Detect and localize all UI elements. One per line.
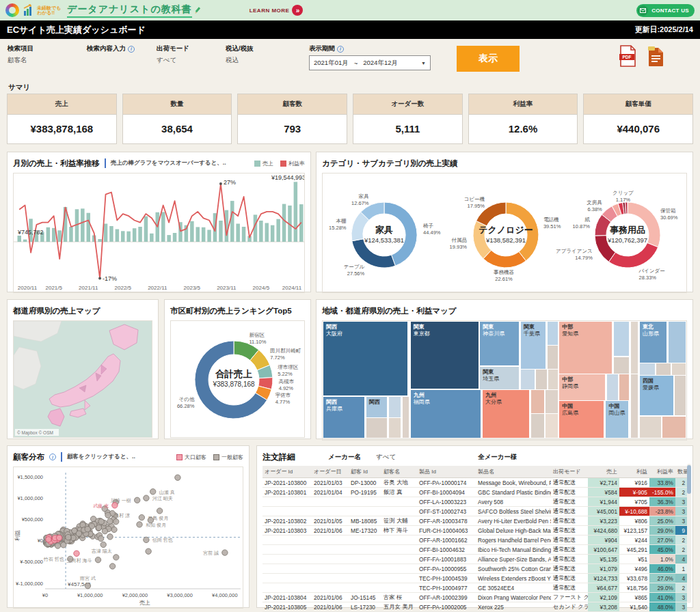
column-header[interactable]: オーダー日 <box>312 466 349 478</box>
column-header[interactable]: 利益率 <box>649 466 675 478</box>
column-header[interactable]: 製品 Id <box>417 466 476 478</box>
treemap-cell[interactable] <box>548 370 557 389</box>
treemap-cell[interactable] <box>631 322 638 374</box>
treemap-cell[interactable] <box>536 370 547 389</box>
city-ranking-donut[interactable]: 新宿区11.10%田川郡川崎町7.72%堺市堺区5.22%高槻市4.92%宇佐市… <box>171 321 305 437</box>
contact-us-button[interactable]: CONTACT US <box>636 4 695 17</box>
treemap-cell[interactable] <box>521 370 535 389</box>
table-row[interactable]: JP-2021-1038042021/01/06JO-15145古家 桜OFF-… <box>262 593 687 602</box>
treemap-cell[interactable] <box>546 390 558 413</box>
svg-text:1.17%: 1.17% <box>616 197 631 203</box>
treemap-cell[interactable] <box>389 397 401 417</box>
treemap-cell[interactable] <box>672 363 686 374</box>
table-row[interactable]: OFF-AR-10001662Rogers Handheld Barrel Pe… <box>262 536 687 545</box>
table-row[interactable]: OFF-LA-10003223Avery 508通常配送¥1,944¥70536… <box>262 497 687 507</box>
table-cell: 46.0% <box>649 564 675 574</box>
table-row[interactable]: OFF-ST-10002743SAFCO Boltless Steel Shel… <box>262 507 687 516</box>
treemap-cell[interactable]: 中国広島県 <box>559 401 604 439</box>
treemap-cell[interactable] <box>548 346 558 369</box>
treemap-cell[interactable] <box>403 397 409 438</box>
column-header[interactable]: 顧客 Id <box>349 466 381 478</box>
column-header[interactable]: オーダー Id <box>262 466 312 478</box>
treemap-cell[interactable]: 関東千葉県 <box>521 322 546 370</box>
svg-text:河江 昭夫: 河江 昭夫 <box>152 496 173 501</box>
table-row[interactable]: JP-2021-1038052021/01/06LS-17230五月女 美月OF… <box>262 602 687 612</box>
maker-select[interactable]: すべて <box>376 453 396 462</box>
table-cell: ¥865 <box>619 593 649 602</box>
table-row[interactable]: OFF-BI-10004632Ibico Hi-Tech Manual Bind… <box>262 545 687 555</box>
monthly-bar-line-chart[interactable]: 2020/112021/52021/112022/52022/112023/52… <box>14 173 305 293</box>
treemap-cell[interactable]: 東北山形県 <box>640 322 667 363</box>
treemap-cell[interactable]: 関東埼玉県 <box>480 367 518 389</box>
treemap-cell[interactable] <box>614 357 629 374</box>
treemap-cell[interactable]: 関西大阪府 <box>323 322 407 396</box>
table-row[interactable]: JP-2021-1038002021/01/03DP-13000谷奥 大地OFF… <box>262 478 687 488</box>
treemap-cell[interactable] <box>546 414 558 438</box>
treemap-cell[interactable]: 中部静岡県 <box>559 374 605 400</box>
table-row[interactable]: OFF-PA-10000955Southworth 25% Cotton Gra… <box>262 564 687 574</box>
treemap-cell[interactable] <box>389 418 401 438</box>
sales-profit-treemap[interactable]: 関西大阪府関西兵庫県関西関東東京都九州福岡県関東神奈川県関東埼玉県九州大分県関東… <box>323 321 686 439</box>
treemap-cell[interactable]: 関東東京都 <box>411 322 479 389</box>
column-header[interactable]: 数量 <box>675 466 687 478</box>
category-donut-charts[interactable]: 椅子44.49%テーブル27.56%本棚15.28%家具12.67%家具¥124… <box>323 173 687 293</box>
table-cell: 通常配送 <box>551 516 588 526</box>
svg-text:5.22%: 5.22% <box>278 371 293 377</box>
treemap-cell[interactable]: 九州福岡県 <box>411 390 481 438</box>
column-header[interactable]: 顧客名 <box>381 466 417 478</box>
treemap-cell[interactable] <box>619 374 629 400</box>
table-scrollbar[interactable] <box>687 464 691 603</box>
ship-mode-value[interactable]: すべて <box>157 56 189 65</box>
table-row[interactable]: OFF-FA-10001883Alliance Super-Size Bands… <box>262 555 687 564</box>
pdf-export-icon[interactable]: PDF <box>619 45 636 67</box>
table-cell: 通常配送 <box>551 488 588 497</box>
svg-text:三田村 海斗: 三田村 海斗 <box>67 558 92 564</box>
treemap-cell[interactable] <box>531 414 544 438</box>
treemap-cell[interactable] <box>614 322 629 357</box>
column-header[interactable]: 利益 <box>619 466 649 478</box>
treemap-cell[interactable]: 関西兵庫県 <box>323 397 364 438</box>
treemap-cell[interactable] <box>607 374 618 400</box>
orders-table[interactable]: オーダー Idオーダー日顧客 Id顧客名製品 Id製品名出荷モード売上利益利益率… <box>262 466 687 612</box>
column-header[interactable]: 製品名 <box>476 466 551 478</box>
search-field-value[interactable]: 顧客名 <box>8 56 33 65</box>
treemap-cell[interactable] <box>656 363 670 374</box>
treemap-cell[interactable] <box>640 417 661 438</box>
treemap-cell[interactable] <box>675 376 686 415</box>
table-row[interactable]: JP-2021-1038012021/01/04PO-19195飯沼 真OFF-… <box>262 488 687 497</box>
show-button[interactable]: 表示 <box>457 46 520 72</box>
report-export-icon[interactable] <box>647 45 664 67</box>
info-icon[interactable]: i <box>49 454 56 460</box>
table-cell: Ibico Hi-Tech Manual Binding S.. <box>476 545 551 555</box>
treemap-cell[interactable]: 関西 <box>366 397 387 417</box>
period-select[interactable]: 2021年01月 ~ 2024年12月 ▼ <box>309 55 431 70</box>
maker-label: メーカー名 <box>328 453 361 462</box>
table-row[interactable]: TEC-PH-10004539Wireless Extenders zBoost… <box>262 574 687 583</box>
treemap-cell[interactable]: 四国愛媛県 <box>640 376 673 415</box>
scrollbar-thumb[interactable] <box>687 465 691 494</box>
treemap-cell[interactable] <box>548 322 558 345</box>
table-cell: Avery Hi-Liter EverBold Pen Sty.. <box>476 516 551 526</box>
table-cell: 33.8% <box>649 478 675 488</box>
treemap-cell[interactable] <box>366 418 387 438</box>
treemap-cell[interactable] <box>631 374 638 438</box>
treemap-cell[interactable] <box>662 417 686 438</box>
treemap-cell[interactable]: 九州大分県 <box>483 390 529 438</box>
customer-scatter-chart[interactable]: ¥1,500,000¥1,000,000¥500,000¥0¥-500,000¥… <box>14 467 243 608</box>
table-row[interactable]: JP-2021-1038032021/01/06ME-17320柿下 海斗FUR… <box>262 526 687 536</box>
treemap-cell[interactable]: 中部愛知県 <box>559 322 612 374</box>
treemap-cell[interactable] <box>531 390 544 413</box>
treemap-cell[interactable]: 中国岡山県 <box>606 401 628 439</box>
treemap-cell[interactable]: 関東神奈川県 <box>480 322 518 366</box>
info-icon[interactable]: i <box>128 46 135 53</box>
treemap-cell[interactable] <box>640 363 655 374</box>
learn-more-button[interactable]: LEARN MORE » <box>250 5 304 16</box>
table-row[interactable]: JP-2021-1038022021/01/05MB-18085笹渕 大輔OFF… <box>262 516 687 526</box>
column-header[interactable]: 出荷モード <box>551 466 588 478</box>
treemap-cell[interactable] <box>669 322 686 363</box>
info-icon[interactable]: i <box>337 46 344 53</box>
column-header[interactable]: 売上 <box>588 466 619 478</box>
japan-map[interactable]: © Mapbox © OSM <box>14 321 152 437</box>
table-row[interactable]: TEC-PH-10004977GE 30524EE4通常配送¥64,677¥18… <box>262 583 687 593</box>
tax-value[interactable]: 税込 <box>226 56 254 65</box>
